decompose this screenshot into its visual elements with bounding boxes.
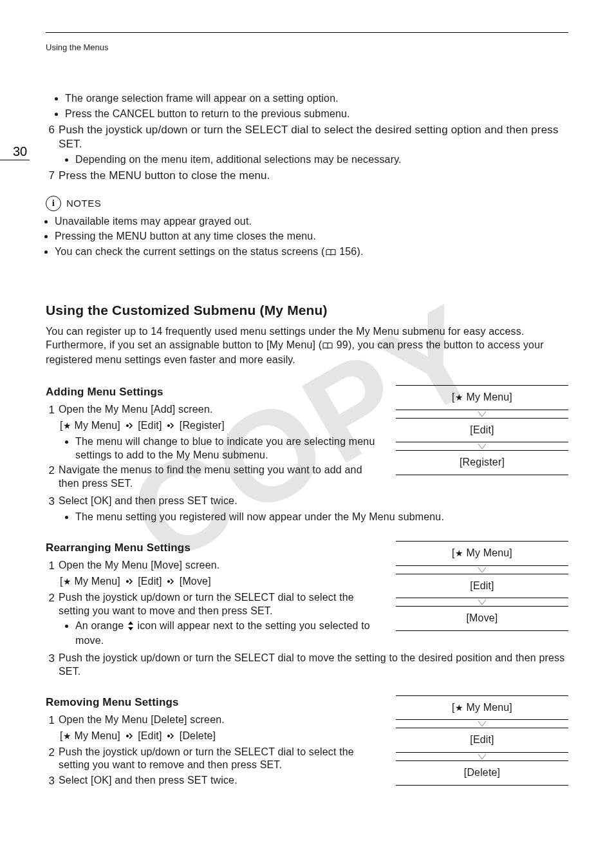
nav-seg-mymenu-label: My Menu [466, 547, 509, 558]
nav-arrow-1 [396, 720, 568, 728]
nav-seg-edit: [Edit] [396, 574, 568, 599]
running-head: Using the Menus [46, 42, 109, 53]
rearranging-step-3-text: Push the joystick up/down or turn the SE… [59, 652, 568, 679]
star-icon: ★ [63, 420, 71, 431]
removing-step-2-text: Push the joystick up/down or turn the SE… [59, 746, 384, 773]
removing-bc-b: [Edit] [138, 730, 162, 741]
removing-step-1-text: Open the My Menu [Delete] screen. [59, 713, 384, 728]
chevron-right-icon [126, 730, 133, 744]
adding-step-3-text: Select [OK] and then press SET twice. [59, 495, 568, 509]
rearranging-step-3-num: 3 [46, 652, 55, 679]
notes-label: NOTES [66, 197, 101, 210]
rearranging-step-2-sub-1: An orange icon will appear next to the s… [75, 619, 384, 648]
removing-bc-a: My Menu [74, 730, 117, 741]
adding-step-2-num: 2 [46, 464, 55, 491]
nav-seg-mymenu-label: My Menu [466, 702, 509, 713]
adding-nav-path: [★ My Menu] [Edit] [Register] [396, 385, 568, 475]
rearranging-step-2-sub: An orange icon will appear next to the s… [75, 619, 384, 648]
rearranging-nav-path: [★ My Menu] [Edit] [Move] [396, 541, 568, 631]
step-7: 7 Press the MENU button to close the men… [46, 169, 568, 183]
step-6: 6 Push the joystick up/down or turn the … [46, 123, 568, 151]
intro-bullet-1: The orange selection frame will appear o… [65, 92, 568, 106]
book-icon [322, 340, 333, 354]
notes-block: i NOTES Unavailable items may appear gra… [46, 196, 568, 260]
rearranging-bc-b: [Edit] [138, 576, 162, 587]
notes-item-3-ref: 156 [339, 246, 357, 257]
adding-section: Adding Menu Settings 1 Open the My Menu … [46, 385, 568, 493]
svg-point-5 [167, 735, 170, 737]
adding-step-1-sub: The menu will change to blue to indicate… [75, 435, 384, 462]
star-icon: ★ [455, 548, 463, 558]
step-6-text: Push the joystick up/down or turn the SE… [59, 123, 568, 151]
chevron-right-icon [126, 576, 133, 589]
removing-step-3-text: Select [OK] and then press SET twice. [59, 774, 384, 788]
nav-seg-edit: [Edit] [396, 728, 568, 753]
nav-arrow-2 [396, 753, 568, 760]
up-down-arrow-icon [127, 621, 134, 634]
star-icon: ★ [63, 576, 71, 587]
adding-title: Adding Menu Settings [46, 385, 384, 399]
adding-step-3-sub-1: The menu setting you registered will now… [75, 511, 568, 524]
rearranging-sub-pre: An orange [75, 620, 127, 631]
nav-seg-edit: [Edit] [396, 418, 568, 443]
rearranging-bc-a: My Menu [74, 576, 117, 587]
adding-step-1-text: Open the My Menu [Add] screen. [59, 403, 384, 417]
svg-point-3 [167, 580, 170, 583]
notes-item-3-pre: You can check the current settings on th… [55, 246, 325, 257]
removing-bc-c: [Delete] [180, 730, 216, 741]
svg-point-4 [126, 735, 129, 737]
removing-title: Removing Menu Settings [46, 695, 384, 710]
rearranging-step-2: 2 Push the joystick up/down or turn the … [46, 591, 384, 618]
my-menu-title: Using the Customized Submenu (My Menu) [46, 301, 568, 319]
removing-step-2: 2 Push the joystick up/down or turn the … [46, 746, 384, 773]
adding-bc-c: [Register] [180, 420, 225, 431]
notes-list: Unavailable items may appear grayed out.… [55, 215, 568, 260]
nav-seg-mymenu: [★ My Menu] [396, 541, 568, 566]
nav-arrow-1 [396, 410, 568, 418]
svg-point-1 [167, 424, 170, 427]
removing-section: Removing Menu Settings 1 Open the My Men… [46, 695, 568, 791]
step-7-num: 7 [46, 169, 55, 183]
notes-item-1: Unavailable items may appear grayed out. [55, 215, 568, 229]
notes-item-3-post: ). [357, 246, 363, 257]
book-icon [326, 247, 336, 260]
star-icon: ★ [455, 703, 463, 713]
star-icon: ★ [455, 392, 463, 402]
rearranging-title: Rearranging Menu Settings [46, 541, 384, 555]
adding-step-2-text: Navigate the menus to find the menu sett… [59, 464, 384, 491]
adding-step-1: 1 Open the My Menu [Add] screen. [46, 403, 384, 417]
notes-item-3: You can check the current settings on th… [55, 245, 568, 260]
adding-bc-a: My Menu [74, 420, 117, 431]
nav-seg-delete: [Delete] [396, 760, 568, 786]
page-number: 30 [13, 143, 27, 160]
nav-arrow-2 [396, 598, 568, 606]
nav-seg-mymenu: [★ My Menu] [396, 385, 568, 410]
removing-nav-path: [★ My Menu] [Edit] [Delete] [396, 695, 568, 786]
removing-step-2-num: 2 [46, 746, 55, 773]
star-icon: ★ [63, 731, 71, 741]
rearranging-breadcrumb: [★ My Menu] [Edit] [Move] [60, 575, 384, 589]
my-menu-intro-ref: 99 [337, 339, 348, 350]
adding-step-3-num: 3 [46, 495, 55, 509]
rearranging-step-2-num: 2 [46, 591, 55, 618]
page-number-rule [0, 160, 30, 160]
notes-heading: i NOTES [46, 196, 568, 211]
adding-step-3-sub: The menu setting you registered will now… [75, 511, 568, 524]
removing-breadcrumb: [★ My Menu] [Edit] [Delete] [60, 730, 384, 744]
my-menu-intro: You can register up to 14 frequently use… [46, 325, 568, 366]
top-horizontal-rule [46, 32, 568, 33]
svg-point-2 [126, 580, 129, 583]
rearranging-step-1: 1 Open the My Menu [Move] screen. [46, 559, 384, 573]
rearranging-step-3: 3 Push the joystick up/down or turn the … [46, 652, 568, 679]
intro-bullets: The orange selection frame will appear o… [65, 92, 568, 121]
nav-arrow-2 [396, 442, 568, 450]
intro-bullet-2: Press the CANCEL button to return to the… [65, 108, 568, 121]
step-6-sub-1: Depending on the menu item, additional s… [75, 153, 568, 167]
step-7-text: Press the MENU button to close the menu. [59, 169, 568, 183]
chevron-right-icon [167, 730, 174, 744]
info-icon: i [46, 196, 61, 211]
rearranging-step-1-num: 1 [46, 559, 55, 573]
adding-step-1-num: 1 [46, 403, 55, 417]
step-6-sub: Depending on the menu item, additional s… [75, 153, 568, 167]
adding-step-1-sub-1: The menu will change to blue to indicate… [75, 435, 384, 462]
